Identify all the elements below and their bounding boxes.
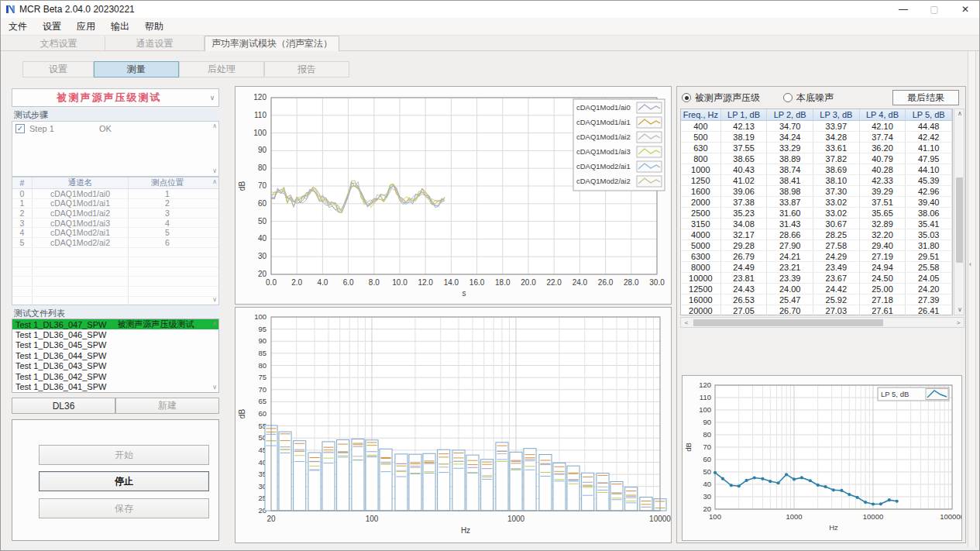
table-row[interactable]: 1000023.8123.3923.6724.5024.05: [681, 273, 952, 284]
tab-channel-settings[interactable]: 通道设置: [105, 36, 205, 51]
subtab-report[interactable]: 报告: [264, 61, 349, 77]
scroll-down-icon[interactable]: ∨: [212, 168, 217, 174]
table-row[interactable]: 315034.0831.4330.6732.8935.41: [681, 219, 952, 229]
table-row[interactable]: 1cDAQ1Mod1/ai12: [12, 199, 218, 209]
table-row[interactable]: [12, 257, 218, 267]
table-row[interactable]: 100040.4338.7438.6940.2844.10: [681, 164, 952, 175]
file-list-item[interactable]: Test 1_DL36_047_SPW被测声源声压级测试: [12, 319, 218, 329]
svg-text:20: 20: [258, 270, 267, 278]
table-row[interactable]: [12, 297, 218, 307]
cell: 1: [129, 189, 206, 198]
table-row[interactable]: 2cDAQ1Mod1/ai23: [12, 208, 218, 219]
table-row[interactable]: 1250024.4324.0024.4225.0024.20: [681, 284, 952, 294]
minimize-button[interactable]: —: [888, 1, 919, 18]
scroll-up-icon[interactable]: ∧: [212, 179, 217, 185]
file-list-item[interactable]: Test 1_DL36_042_SPW: [12, 371, 218, 381]
file-list-item[interactable]: Test 1_DL36_045_SPW: [12, 340, 218, 350]
table-row[interactable]: 40042.1334.7033.9742.1044.48: [681, 121, 952, 132]
subtab-setup[interactable]: 设置: [22, 61, 94, 77]
cell: 24.21: [767, 251, 813, 262]
close-button[interactable]: ✕: [950, 1, 980, 18]
table-row[interactable]: 4cDAQ1Mod2/ai15: [12, 228, 218, 238]
steps-list[interactable]: ✓Step 1OK∧∨: [12, 121, 219, 177]
subtab-measure[interactable]: 测量: [94, 61, 179, 77]
table-row[interactable]: 5cDAQ1Mod2/ai26: [12, 238, 218, 248]
table-horizontal-scrollbar[interactable]: < >: [680, 317, 965, 328]
table-row[interactable]: 1600026.5325.4725.9227.1827.39: [681, 294, 952, 305]
menu-item-apply[interactable]: 应用: [69, 18, 103, 36]
cell: 5: [12, 238, 33, 247]
cell: 38.19: [721, 132, 768, 143]
test-file-list[interactable]: Test 1_DL36_047_SPW被测声源声压级测试Test 1_DL36_…: [12, 319, 219, 393]
table-row[interactable]: 400032.1728.6628.2532.2035.03: [681, 229, 952, 240]
tab-sound-power-module[interactable]: 声功率测试模块（消声室法）: [205, 36, 339, 51]
scroll-up-icon[interactable]: ∧: [212, 123, 217, 129]
svg-text:120: 120: [699, 381, 711, 389]
subtab-postprocess[interactable]: 后处理: [179, 61, 264, 77]
final-result-button[interactable]: 最后结果: [892, 90, 959, 105]
cell: [12, 277, 33, 286]
scroll-right-icon[interactable]: >: [953, 318, 964, 328]
cell: 27.03: [813, 305, 860, 316]
save-button[interactable]: 保存: [39, 498, 209, 518]
channel-table[interactable]: #通道名测点位置0cDAQ1Mod1/ai011cDAQ1Mod1/ai122c…: [12, 177, 219, 305]
table-row[interactable]: [12, 277, 218, 287]
menu-item-settings[interactable]: 设置: [35, 18, 69, 36]
radio-background-noise[interactable]: [783, 93, 793, 102]
scroll-down-icon[interactable]: ∨: [212, 297, 217, 303]
test-type-dropdown[interactable]: 被测声源声压级测试 ∨: [12, 88, 219, 107]
scroll-up-icon[interactable]: ∧: [212, 321, 217, 327]
stop-button[interactable]: 停止: [39, 471, 209, 491]
scroll-down-icon[interactable]: ∨: [212, 384, 217, 391]
svg-text:2.0: 2.0: [291, 278, 302, 287]
svg-text:80: 80: [703, 430, 711, 439]
file-list-item[interactable]: Test 1_DL36_043_SPW: [12, 361, 218, 371]
file-list-item[interactable]: Test 1_DL36_046_SPW: [12, 329, 218, 339]
scroll-down-icon[interactable]: ∨: [954, 305, 965, 315]
table-row[interactable]: [12, 287, 218, 297]
table-row[interactable]: 630026.7924.2124.2927.1929.51: [681, 251, 952, 262]
table-row[interactable]: 160039.0638.9837.3039.2942.96: [681, 186, 952, 197]
table-row[interactable]: [12, 267, 218, 277]
file-list-item[interactable]: Test 1_DL36_044_SPW: [12, 350, 218, 360]
table-row[interactable]: 2000027.0526.7027.0327.6126.41: [681, 305, 952, 316]
svg-text:dB: dB: [238, 181, 246, 191]
menu-item-output[interactable]: 输出: [103, 18, 137, 36]
table-row[interactable]: 50038.1934.2434.2837.7442.42: [681, 132, 952, 143]
scroll-left-icon[interactable]: <: [681, 318, 692, 328]
new-file-button[interactable]: 新建: [115, 398, 219, 414]
menu-item-file[interactable]: 文件: [1, 18, 35, 36]
table-vertical-scrollbar[interactable]: ∧ ∨: [954, 108, 965, 315]
cell: 26.79: [721, 251, 768, 262]
tab-doc-settings[interactable]: 文档设置: [12, 36, 105, 51]
cell: 3: [12, 219, 33, 228]
svg-text:10000: 10000: [649, 515, 671, 523]
table-row[interactable]: 500029.2827.9027.5829.4031.80: [681, 240, 952, 251]
step-checkbox[interactable]: ✓: [15, 124, 25, 133]
radio-source-levels[interactable]: [682, 93, 691, 102]
table-row[interactable]: 3cDAQ1Mod1/ai34: [12, 219, 218, 229]
dl36-button[interactable]: DL36: [12, 398, 115, 414]
lp-results-table[interactable]: Freq., HzLP 1, dBLP 2, dBLP 3, dBLP 4, d…: [680, 108, 953, 315]
table-row[interactable]: 250035.2331.6033.0235.6538.06: [681, 208, 952, 219]
cell: 33.97: [813, 121, 860, 132]
table-row[interactable]: 800024.4923.2123.4924.9425.58: [681, 262, 952, 273]
table-row[interactable]: 80038.6538.8937.8240.7947.95: [681, 153, 952, 164]
menu-item-help[interactable]: 帮助: [137, 18, 171, 36]
maximize-button[interactable]: ▢: [919, 1, 950, 18]
cell: 25.47: [767, 294, 813, 305]
scrollbar-thumb[interactable]: [693, 319, 883, 326]
table-row[interactable]: 200037.3833.8733.0237.5139.40: [681, 197, 952, 208]
table-row[interactable]: 125041.0238.4138.1042.3345.39: [681, 175, 952, 186]
table-row[interactable]: [12, 248, 218, 258]
table-row[interactable]: 63037.5533.2933.6136.2041.10: [681, 143, 952, 153]
scrollbar-thumb[interactable]: [956, 177, 963, 263]
table-row[interactable]: 0cDAQ1Mod1/ai01: [12, 189, 218, 199]
scroll-up-icon[interactable]: ∧: [954, 109, 965, 119]
start-button[interactable]: 开始: [39, 445, 209, 465]
panel-collapse-splitter[interactable]: ‹: [968, 51, 976, 547]
step-row[interactable]: ✓Step 1OK: [12, 122, 218, 135]
svg-text:s: s: [462, 289, 466, 298]
cell: [129, 248, 206, 257]
file-list-item[interactable]: Test 1_DL36_041_SPW: [12, 381, 218, 391]
